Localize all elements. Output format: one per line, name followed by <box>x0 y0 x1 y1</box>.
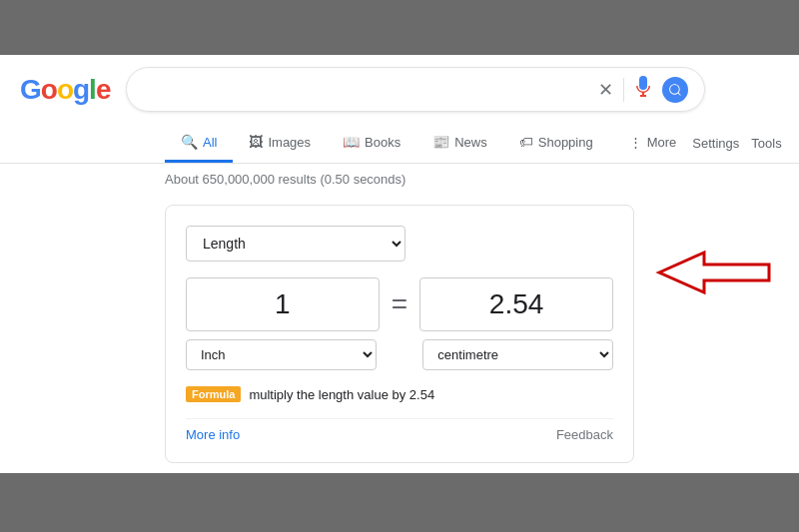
microphone-icon[interactable] <box>634 76 652 103</box>
search-icons: ✕ <box>598 76 688 103</box>
formula-row: Formula multiply the length value by 2.5… <box>186 386 613 402</box>
search-input[interactable]: 1 inch to cm <box>143 81 590 99</box>
conversion-row: 1 = 2.54 <box>186 277 613 331</box>
clear-icon[interactable]: ✕ <box>598 79 613 101</box>
top-gray-bar <box>0 0 799 55</box>
feedback-link[interactable]: Feedback <box>556 427 613 442</box>
all-icon: 🔍 <box>181 134 198 150</box>
tab-shopping-label: Shopping <box>538 135 593 150</box>
unit-dropdowns: Inch centimetre <box>186 339 613 370</box>
tab-all-label: All <box>203 135 217 150</box>
main-content: Google 1 inch to cm ✕ 🔍 A <box>0 55 799 532</box>
more-info-link[interactable]: More info <box>186 427 240 442</box>
formula-text: multiply the length value by 2.54 <box>249 387 434 402</box>
tab-more[interactable]: ⋮ More <box>613 125 693 163</box>
news-icon: 📰 <box>432 134 449 150</box>
to-unit-select[interactable]: centimetre <box>422 339 613 370</box>
arrow-annotation <box>649 243 779 306</box>
tab-images[interactable]: 🖼 Images <box>233 124 327 163</box>
tab-news-label: News <box>454 135 487 150</box>
more-dots-icon: ⋮ <box>629 135 642 150</box>
results-info: About 650,000,000 results (0.50 seconds) <box>0 164 799 195</box>
tab-books[interactable]: 📖 Books <box>327 124 416 163</box>
tab-images-label: Images <box>268 135 311 150</box>
svg-marker-0 <box>659 253 769 292</box>
card-footer: More info Feedback <box>186 418 613 442</box>
equals-sign: = <box>392 288 407 320</box>
bottom-gray-bar <box>0 473 799 532</box>
shopping-icon: 🏷 <box>519 134 533 150</box>
from-unit-select[interactable]: Inch <box>186 339 377 370</box>
tab-shopping[interactable]: 🏷 Shopping <box>503 124 609 163</box>
output-value-box[interactable]: 2.54 <box>419 277 613 331</box>
search-button[interactable] <box>662 77 688 103</box>
unit-type-select[interactable]: Length <box>186 226 405 262</box>
nav-tabs: 🔍 All 🖼 Images 📖 Books 📰 News 🏷 Shopping… <box>0 124 799 164</box>
unit-type-row: Length <box>186 226 613 262</box>
google-logo[interactable]: Google <box>20 74 110 106</box>
images-icon: 🖼 <box>249 134 263 150</box>
tab-books-label: Books <box>365 135 400 150</box>
tools-link[interactable]: Tools <box>751 136 781 151</box>
settings-link[interactable]: Settings <box>692 136 739 151</box>
search-bar: 1 inch to cm ✕ <box>126 67 705 112</box>
input-value-box[interactable]: 1 <box>186 277 380 331</box>
books-icon: 📖 <box>343 134 360 150</box>
converter-container: Length 1 = 2.54 Inch centim <box>0 195 799 473</box>
tab-all[interactable]: 🔍 All <box>165 124 233 163</box>
divider <box>623 78 624 102</box>
converter-card: Length 1 = 2.54 Inch centim <box>165 205 634 463</box>
nav-settings: Settings Tools <box>692 136 781 151</box>
tab-news[interactable]: 📰 News <box>416 124 503 163</box>
header: Google 1 inch to cm ✕ <box>0 55 799 124</box>
tab-more-label: More <box>647 135 677 150</box>
formula-badge: Formula <box>186 386 241 402</box>
